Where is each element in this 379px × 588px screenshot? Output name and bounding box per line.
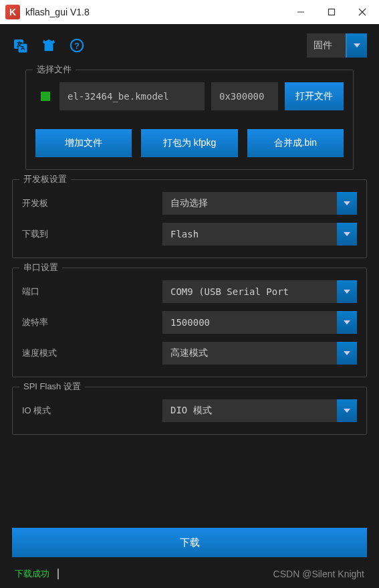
- baud-select[interactable]: 1500000: [162, 311, 357, 334]
- file-path-input[interactable]: el-32464_be.kmodel: [59, 82, 205, 110]
- file-enable-indicator[interactable]: [41, 92, 50, 101]
- serial-groupbox: 串口设置 端口 COM9 (USB Serial Port 波特率 150000…: [12, 268, 367, 377]
- app-title: kflash_gui V1.8: [25, 7, 285, 17]
- board-groupbox: 开发板设置 开发板 自动选择 下载到 Flash: [12, 179, 367, 258]
- titlebar: K kflash_gui V1.8: [0, 0, 379, 24]
- chevron-down-icon: [354, 43, 360, 47]
- speed-select-value: 高速模式: [162, 342, 337, 365]
- io-mode-row: IO 模式 DIO 模式: [22, 399, 357, 422]
- file-address-input[interactable]: 0x300000: [211, 82, 278, 110]
- chevron-down-icon: [344, 351, 350, 355]
- chevron-down-icon: [344, 232, 350, 236]
- chevron-down-icon: [344, 290, 350, 294]
- close-icon: [358, 8, 366, 16]
- minimize-icon: [297, 8, 305, 16]
- maximize-icon: [328, 8, 336, 16]
- cursor-indicator: [57, 569, 59, 579]
- serial-group-title: 串口设置: [19, 262, 62, 274]
- spi-groupbox: SPI Flash 设置 IO 模式 DIO 模式: [12, 387, 367, 435]
- status-text: 下载成功: [15, 568, 49, 580]
- toolbar: 文A ? 固件: [12, 33, 367, 58]
- file-row: el-32464_be.kmodel 0x300000 打开文件: [35, 82, 344, 110]
- io-mode-select-value: DIO 模式: [162, 399, 337, 422]
- speed-label: 速度模式: [22, 347, 162, 359]
- port-select-chevron: [337, 280, 357, 303]
- spi-group-title: SPI Flash 设置: [19, 381, 85, 393]
- window-controls: [285, 1, 378, 23]
- baud-label: 波特率: [22, 316, 162, 328]
- file-group-title: 选择文件: [33, 64, 76, 76]
- board-select-value: 自动选择: [162, 192, 337, 215]
- help-icon[interactable]: ?: [68, 37, 86, 54]
- io-mode-label: IO 模式: [22, 405, 162, 417]
- board-select-chevron: [337, 192, 357, 215]
- maximize-button[interactable]: [316, 1, 347, 23]
- file-groupbox: 选择文件 el-32464_be.kmodel 0x300000 打开文件 增加…: [25, 70, 354, 170]
- file-actions-row: 增加文件 打包为 kfpkg 合并成.bin: [35, 129, 344, 157]
- chevron-down-icon: [344, 409, 350, 413]
- watermark: CSDN @Silent Knight: [273, 569, 364, 579]
- chevron-down-icon: [344, 201, 350, 205]
- svg-text:?: ?: [74, 41, 80, 51]
- speed-row: 速度模式 高速模式: [22, 342, 357, 365]
- target-select-chevron: [337, 223, 357, 246]
- board-label: 开发板: [22, 197, 162, 209]
- mode-select-value: 固件: [307, 33, 347, 58]
- board-row: 开发板 自动选择: [22, 192, 357, 215]
- baud-row: 波特率 1500000: [22, 311, 357, 334]
- merge-bin-button[interactable]: 合并成.bin: [247, 129, 344, 157]
- port-select-value: COM9 (USB Serial Port: [162, 280, 337, 303]
- port-select[interactable]: COM9 (USB Serial Port: [162, 280, 357, 303]
- pack-kfpkg-button[interactable]: 打包为 kfpkg: [141, 129, 237, 157]
- main-window: K kflash_gui V1.8 文A ?: [0, 0, 379, 588]
- port-row: 端口 COM9 (USB Serial Port: [22, 280, 357, 303]
- mode-select[interactable]: 固件: [307, 33, 367, 58]
- board-group-title: 开发板设置: [19, 173, 71, 185]
- language-icon[interactable]: 文A: [12, 37, 29, 54]
- io-mode-select-chevron: [337, 399, 357, 422]
- target-label: 下载到: [22, 228, 162, 240]
- port-label: 端口: [22, 286, 162, 298]
- board-select[interactable]: 自动选择: [162, 192, 357, 215]
- download-button[interactable]: 下载: [12, 528, 367, 557]
- add-file-button[interactable]: 增加文件: [35, 129, 132, 157]
- close-button[interactable]: [347, 1, 378, 23]
- target-row: 下载到 Flash: [22, 223, 357, 246]
- baud-select-chevron: [337, 311, 357, 334]
- io-mode-select[interactable]: DIO 模式: [162, 399, 357, 422]
- svg-rect-1: [329, 9, 335, 15]
- app-icon: K: [5, 5, 20, 19]
- minimize-button[interactable]: [285, 1, 316, 23]
- speed-select-chevron: [337, 342, 357, 365]
- target-select-value: Flash: [162, 223, 337, 246]
- content-area: 文A ? 固件 选择文件 el-32464_be.kmodel 0x300000…: [0, 24, 379, 588]
- open-file-button[interactable]: 打开文件: [285, 82, 344, 110]
- mode-select-chevron: [347, 33, 367, 58]
- baud-select-value: 1500000: [162, 311, 337, 334]
- svg-text:A: A: [21, 45, 25, 52]
- status-bar: 下载成功 CSDN @Silent Knight: [12, 567, 367, 581]
- target-select[interactable]: Flash: [162, 223, 357, 246]
- skin-icon[interactable]: [40, 37, 57, 54]
- chevron-down-icon: [344, 320, 350, 324]
- speed-select[interactable]: 高速模式: [162, 342, 357, 365]
